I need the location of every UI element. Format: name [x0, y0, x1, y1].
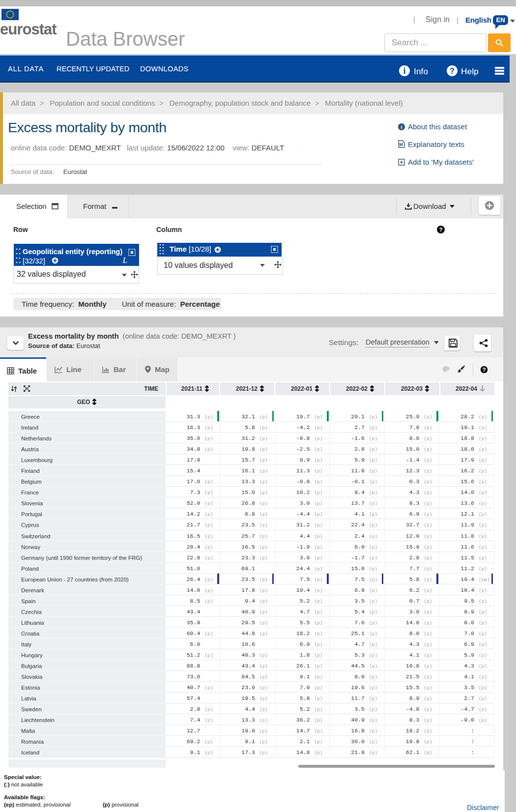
- svg-text:?: ?: [483, 367, 486, 373]
- svg-text:M: M: [399, 142, 403, 147]
- svg-text:i: i: [403, 66, 405, 76]
- svg-text:i: i: [401, 124, 402, 130]
- svg-text:?: ?: [439, 227, 443, 232]
- svg-text:?: ?: [450, 67, 455, 75]
